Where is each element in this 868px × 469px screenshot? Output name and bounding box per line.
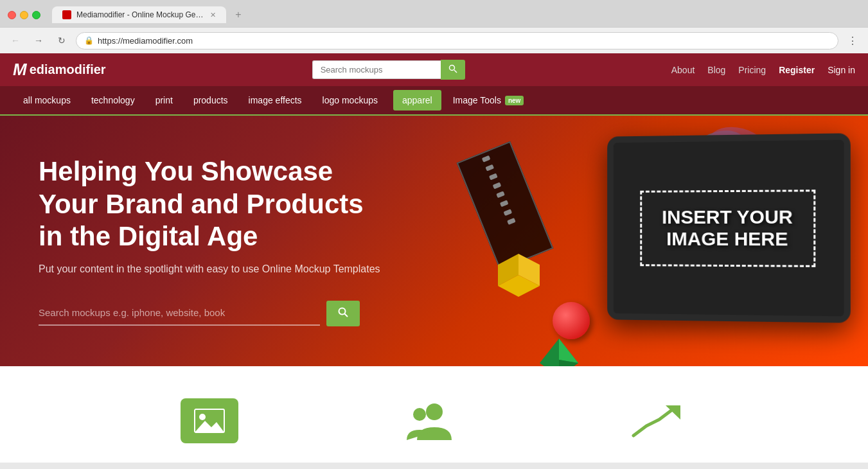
nav-products[interactable]: products	[183, 86, 238, 114]
new-badge: new	[505, 96, 524, 105]
features-section	[0, 366, 868, 463]
nav-technology[interactable]: technology	[81, 86, 145, 114]
hero-search-input[interactable]	[39, 301, 320, 326]
website-content: M ediamodifier About Blog Pricing Regist…	[0, 53, 868, 463]
tablet-mockup: INSERT YOUR IMAGE HERE	[605, 135, 849, 321]
nav-image-tools[interactable]: Image Tools new	[447, 86, 531, 114]
browser-toolbar: ← → ↻ 🔒 https://mediamodifier.com ⋮	[0, 27, 868, 53]
header-search-button[interactable]	[441, 60, 465, 80]
maximize-dot[interactable]	[32, 11, 40, 19]
svg-point-16	[199, 414, 206, 420]
browser-window: Mediamodifier - Online Mockup Generator …	[0, 0, 868, 53]
site-logo[interactable]: M ediamodifier	[13, 60, 106, 80]
svg-point-13	[339, 308, 346, 314]
register-link[interactable]: Register	[779, 65, 815, 75]
forward-button[interactable]: →	[30, 31, 48, 49]
blog-link[interactable]: Blog	[707, 65, 725, 75]
feature-icon-team	[341, 398, 527, 443]
tab-close-btn[interactable]: ✕	[210, 11, 216, 19]
svg-marker-17	[195, 421, 224, 432]
logo-text: ediamodifier	[30, 62, 106, 77]
browser-titlebar: Mediamodifier - Online Mockup Generator …	[0, 0, 868, 27]
about-link[interactable]: About	[671, 65, 695, 75]
chart-icon-container	[630, 398, 688, 443]
new-tab-btn[interactable]: +	[230, 6, 247, 23]
green-diamond-decoration	[538, 337, 580, 366]
svg-point-18	[426, 403, 443, 420]
hero-section: INSERT YOUR IMAGE HERE Helping You Showc…	[0, 116, 868, 366]
search-icon	[338, 307, 348, 317]
yellow-cube-decoration	[495, 251, 543, 299]
site-navigation: all mockups technology print products im…	[0, 86, 868, 116]
address-bar[interactable]: 🔒 https://mediamodifier.com	[76, 32, 838, 49]
back-button[interactable]: ←	[6, 31, 24, 49]
nav-image-effects[interactable]: image effects	[238, 86, 312, 114]
hero-title: Helping You Showcase Your Brand and Prod…	[39, 155, 380, 252]
tablet-insert-line2: IMAGE HERE	[662, 228, 793, 251]
chart-icon	[630, 400, 688, 442]
nav-logo-mockups[interactable]: logo mockups	[312, 86, 388, 114]
hero-search-button[interactable]	[326, 301, 360, 326]
feature-icon-chart	[566, 398, 752, 443]
nav-all-mockups[interactable]: all mockups	[13, 86, 81, 114]
minimize-dot[interactable]	[20, 11, 28, 19]
image-tools-label: Image Tools	[453, 95, 501, 105]
nav-apparel[interactable]: apparel	[393, 90, 441, 111]
site-header: M ediamodifier About Blog Pricing Regist…	[0, 53, 868, 86]
hero-content: Helping You Showcase Your Brand and Prod…	[39, 155, 380, 326]
feature-icon-image	[116, 398, 303, 443]
close-dot[interactable]	[8, 11, 16, 19]
browser-menu-btn[interactable]: ⋮	[844, 31, 862, 49]
tab-favicon	[62, 10, 71, 19]
svg-line-1	[454, 70, 457, 73]
svg-line-14	[345, 314, 348, 317]
image-icon	[193, 408, 226, 434]
image-icon-container	[181, 398, 238, 443]
svg-marker-11	[559, 339, 578, 363]
browser-tab[interactable]: Mediamodifier - Online Mockup Generator …	[52, 6, 226, 23]
svg-point-19	[413, 408, 426, 421]
nav-print[interactable]: print	[145, 86, 183, 114]
feature-item-chart	[547, 398, 772, 450]
header-search-input[interactable]	[312, 60, 441, 79]
red-ball-decoration	[553, 302, 590, 339]
header-search-form	[312, 60, 465, 80]
feature-item-users	[322, 398, 547, 450]
team-icon	[405, 400, 463, 442]
tablet-insert-line1: INSERT YOUR	[662, 206, 793, 228]
signin-link[interactable]: Sign in	[828, 65, 855, 75]
search-icon	[448, 64, 457, 73]
hero-search-form	[39, 301, 360, 326]
pricing-link[interactable]: Pricing	[738, 65, 766, 75]
feature-item-images	[97, 398, 322, 450]
reload-button[interactable]: ↻	[53, 31, 71, 49]
url-text: https://mediamodifier.com	[98, 36, 193, 46]
lock-icon: 🔒	[84, 36, 94, 45]
team-icon-container	[405, 398, 463, 443]
hero-subtitle: Put your content in the spotlight with e…	[39, 263, 380, 275]
logo-icon: M	[13, 60, 27, 80]
svg-point-0	[449, 66, 454, 71]
tab-title: Mediamodifier - Online Mockup Generator	[76, 10, 205, 19]
header-navigation: About Blog Pricing Register Sign in	[671, 65, 855, 75]
